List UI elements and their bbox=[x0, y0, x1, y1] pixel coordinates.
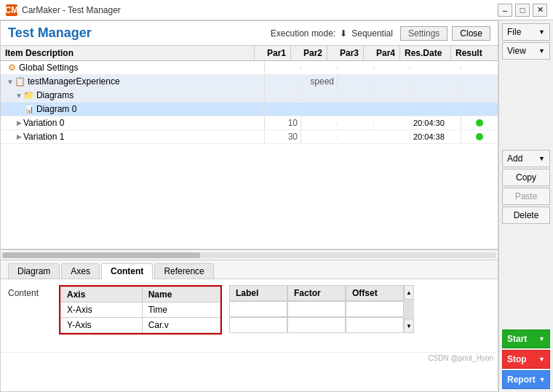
vscroll-up[interactable]: ▲ bbox=[404, 285, 414, 300]
window-controls: – □ ✕ bbox=[498, 4, 547, 17]
variation1-par4 bbox=[374, 135, 410, 138]
tree-row-diagram0[interactable]: 📊 Diagram 0 bbox=[1, 103, 498, 116]
execution-mode-value: Sequential bbox=[351, 28, 393, 39]
content-row-xaxis[interactable]: X-Axis Time bbox=[61, 303, 220, 318]
content-inner: Content Axis Name bbox=[8, 285, 490, 337]
tab-axes[interactable]: Axes bbox=[61, 263, 100, 279]
tree-table-header: Item Description Par1 Par2 Par3 Par4 Res… bbox=[1, 46, 498, 61]
variation1-expand-icon: ▶ bbox=[17, 133, 22, 140]
diagrams-result bbox=[461, 94, 498, 97]
col-label-row2 bbox=[229, 317, 287, 333]
global-settings-par4 bbox=[374, 66, 410, 69]
variation0-par2 bbox=[301, 121, 338, 124]
sidebar-spacer-top bbox=[502, 61, 550, 148]
diagrams-par1 bbox=[265, 94, 301, 97]
variation1-par3 bbox=[338, 135, 374, 138]
view-arrow-icon: ▼ bbox=[538, 47, 545, 55]
col-factor-header: Factor bbox=[287, 285, 346, 301]
col-offset: Offset bbox=[346, 285, 404, 333]
test-icon: 📋 bbox=[15, 76, 25, 87]
add-button[interactable]: Add ▼ bbox=[502, 150, 550, 167]
col-header-name: Name bbox=[142, 287, 220, 303]
col-scroll-space bbox=[488, 46, 498, 60]
tabs-bar: Diagram Axes Content Reference bbox=[1, 260, 498, 279]
title-bar: CM CarMaker - Test Manager – □ ✕ bbox=[0, 0, 553, 20]
xaxis-axis: X-Axis bbox=[61, 303, 143, 318]
variation0-expand-icon: ▶ bbox=[17, 119, 22, 127]
copy-button[interactable]: Copy bbox=[502, 169, 550, 186]
col-header-item: Item Description bbox=[1, 46, 255, 60]
tab-content[interactable]: Content bbox=[101, 263, 153, 279]
content-row-yaxis[interactable]: Y-Axis Car.v bbox=[61, 318, 220, 333]
global-settings-par1 bbox=[265, 66, 301, 69]
col-factor-row1 bbox=[287, 301, 346, 317]
testmanager-item: ▼ 📋 testManagerExperience bbox=[1, 75, 265, 88]
app-title: Test Manager bbox=[8, 25, 92, 41]
diagram0-par2 bbox=[301, 108, 338, 111]
stop-arrow-icon: ▼ bbox=[538, 356, 545, 363]
result-green-dot-2 bbox=[476, 133, 483, 140]
horizontal-scrollbar[interactable] bbox=[1, 249, 498, 260]
window-title: CarMaker - Test Manager bbox=[22, 5, 498, 15]
maximize-button[interactable]: □ bbox=[515, 4, 530, 17]
col-factor: Factor bbox=[287, 285, 346, 333]
delete-button[interactable]: Delete bbox=[502, 207, 550, 224]
diagrams-resdate bbox=[410, 94, 461, 97]
col-label-row1 bbox=[229, 301, 287, 317]
vscroll-down[interactable]: ▼ bbox=[404, 319, 414, 333]
scroll-thumb[interactable] bbox=[2, 252, 200, 258]
close-app-button[interactable]: Close bbox=[452, 26, 490, 41]
tree-row-diagrams[interactable]: ▼ 📁 Diagrams bbox=[1, 89, 498, 103]
yaxis-axis: Y-Axis bbox=[61, 318, 143, 333]
diagram0-par4 bbox=[374, 108, 410, 111]
diagram0-resdate bbox=[410, 108, 461, 111]
global-settings-par2 bbox=[301, 66, 338, 69]
report-button[interactable]: Report ▼ bbox=[502, 370, 550, 389]
app-icon: CM bbox=[6, 4, 17, 16]
col-label: Label bbox=[229, 285, 287, 333]
global-settings-item: ⚙ Global Settings bbox=[1, 61, 265, 74]
diagrams-par4 bbox=[374, 94, 410, 97]
content-table-section: Axis Name X-Axis Time bbox=[59, 285, 222, 337]
start-button[interactable]: Start ▼ bbox=[502, 329, 550, 348]
col-factor-row2 bbox=[287, 317, 346, 333]
result-green-dot bbox=[476, 119, 483, 127]
gear-icon: ⚙ bbox=[7, 63, 17, 73]
content-label: Content bbox=[8, 285, 52, 337]
sidebar-spacer-mid bbox=[502, 225, 550, 328]
view-button[interactable]: View ▼ bbox=[502, 42, 550, 60]
diagrams-expand-icon: ▼ bbox=[15, 92, 23, 100]
close-window-button[interactable]: ✕ bbox=[533, 4, 547, 17]
tab-reference[interactable]: Reference bbox=[154, 263, 213, 279]
col-header-par1: Par1 bbox=[255, 46, 291, 60]
file-button[interactable]: File ▼ bbox=[502, 23, 550, 41]
tree-row-testmanager[interactable]: ▼ 📋 testManagerExperience speed bbox=[1, 75, 498, 89]
col-header-result: Result bbox=[451, 46, 488, 60]
report-arrow-icon: ▼ bbox=[539, 376, 546, 383]
tree-row-global-settings[interactable]: ⚙ Global Settings bbox=[1, 61, 498, 75]
testmanager-par3 bbox=[338, 80, 374, 83]
variation1-par2 bbox=[301, 135, 338, 138]
minimize-button[interactable]: – bbox=[498, 4, 512, 17]
diagram-icon: 📊 bbox=[24, 104, 34, 114]
testmanager-resdate bbox=[410, 80, 461, 83]
col-offset-header: Offset bbox=[346, 285, 404, 301]
tab-content-panel: Content Axis Name bbox=[1, 279, 498, 352]
variation1-item: ▶ Variation 1 bbox=[1, 130, 265, 143]
file-arrow-icon: ▼ bbox=[538, 28, 545, 36]
tree-row-variation1[interactable]: ▶ Variation 1 30 20:04:38 bbox=[1, 130, 498, 144]
content-area: Test Manager Execution mode: ⬇ Sequentia… bbox=[0, 20, 498, 392]
diagrams-item: ▼ 📁 Diagrams bbox=[1, 89, 265, 102]
tab-diagram[interactable]: Diagram bbox=[8, 263, 60, 279]
stop-button[interactable]: Stop ▼ bbox=[502, 350, 550, 369]
col-header-par4: Par4 bbox=[364, 46, 400, 60]
tree-row-variation0[interactable]: ▶ Variation 0 10 20:04:30 bbox=[1, 116, 498, 130]
col-header-par3: Par3 bbox=[327, 46, 364, 60]
bottom-tabs-area: Diagram Axes Content Reference Content A bbox=[1, 260, 498, 364]
paste-button[interactable]: Paste bbox=[502, 188, 550, 205]
col-header-axis: Axis bbox=[61, 287, 143, 303]
diagram0-result bbox=[461, 108, 498, 111]
watermark: CSDN @print_Hyon bbox=[1, 352, 498, 364]
content-table: Axis Name X-Axis Time bbox=[60, 287, 220, 333]
settings-button[interactable]: Settings bbox=[400, 26, 447, 41]
